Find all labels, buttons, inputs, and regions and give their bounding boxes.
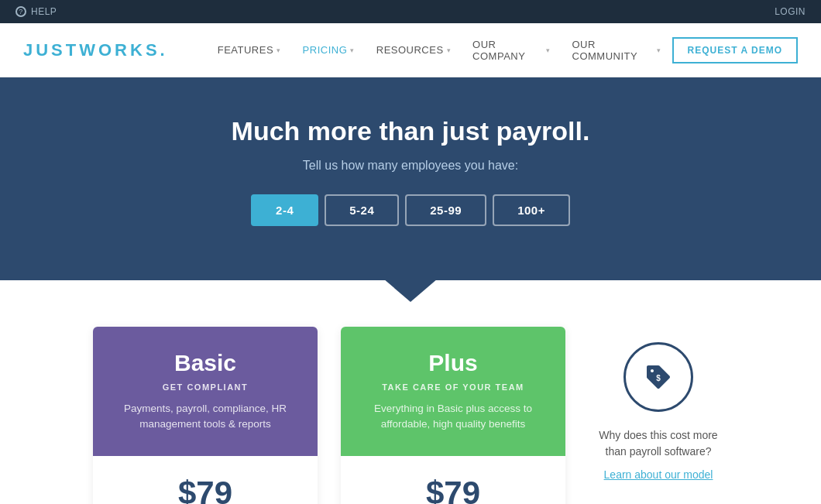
basic-card-header: Basic GET COMPLIANT Payments, payroll, c… [93, 327, 318, 456]
basic-card-desc: Payments, payroll, compliance, HR manage… [112, 401, 299, 433]
top-bar: ? HELP LOGIN [0, 0, 821, 23]
plus-card-title: Plus [359, 350, 547, 376]
basic-price: $79 [112, 475, 299, 505]
svg-text:$: $ [656, 374, 661, 382]
top-bar-right: LOGIN [775, 6, 806, 17]
help-label[interactable]: HELP [31, 6, 57, 17]
top-bar-left: ? HELP [15, 6, 57, 17]
nav-resources[interactable]: RESOURCES▾ [366, 44, 462, 56]
basic-card: Basic GET COMPLIANT Payments, payroll, c… [93, 327, 318, 504]
request-demo-button[interactable]: REQUEST A DEMO [672, 37, 798, 63]
hero-section: Much more than just payroll. Tell us how… [0, 77, 821, 280]
employee-option-5-24[interactable]: 5-24 [325, 194, 399, 226]
employee-option-2-4[interactable]: 2-4 [251, 194, 318, 226]
hero-arrow [383, 279, 438, 302]
plus-price: $79 [359, 475, 547, 505]
price-icon-circle: $ [623, 342, 693, 412]
plus-card-header: Plus TAKE CARE OF YOUR TEAM Everything i… [341, 327, 565, 456]
login-label[interactable]: LOGIN [775, 6, 806, 17]
plus-card: Plus TAKE CARE OF YOUR TEAM Everything i… [341, 327, 565, 504]
employee-option-25-99[interactable]: 25-99 [405, 194, 486, 226]
nav-our-community[interactable]: OUR COMMUNITY▾ [562, 39, 672, 62]
help-icon: ? [15, 6, 26, 17]
hero-subtitle: Tell us how many employees you have: [15, 159, 806, 173]
side-info-question: Why does this cost more than payroll sof… [589, 427, 728, 460]
basic-card-body: $79 per employee, per month, billed annu… [93, 456, 318, 505]
plus-card-desc: Everything in Basic plus access to affor… [359, 401, 547, 433]
plus-card-subtitle: TAKE CARE OF YOUR TEAM [359, 382, 547, 392]
basic-card-title: Basic [112, 350, 299, 376]
plus-card-body: $79 per employee, per month, billed annu… [341, 456, 565, 505]
learn-about-model-link[interactable]: Learn about our model [604, 468, 713, 481]
hero-title: Much more than just payroll. [15, 116, 806, 146]
nav-right: REQUEST A DEMO [672, 37, 798, 63]
nav-features[interactable]: FEATURES▾ [207, 44, 292, 56]
pricing-section: Basic GET COMPLIANT Payments, payroll, c… [0, 280, 821, 504]
nav-our-company[interactable]: OUR COMPANY▾ [462, 39, 561, 62]
employee-selector: 2-4 5-24 25-99 100+ [15, 194, 806, 226]
basic-card-subtitle: GET COMPLIANT [112, 382, 299, 392]
side-info: $ Why does this cost more than payroll s… [589, 327, 728, 482]
price-tag-icon: $ [642, 361, 675, 393]
nav-links: FEATURES▾ PRICING▾ RESOURCES▾ OUR COMPAN… [207, 39, 672, 62]
logo[interactable]: JUSTWORKS. [23, 40, 168, 60]
employee-option-100plus[interactable]: 100+ [493, 194, 570, 226]
main-nav: JUSTWORKS. FEATURES▾ PRICING▾ RESOURCES▾… [0, 23, 821, 77]
nav-pricing[interactable]: PRICING▾ [292, 44, 366, 56]
